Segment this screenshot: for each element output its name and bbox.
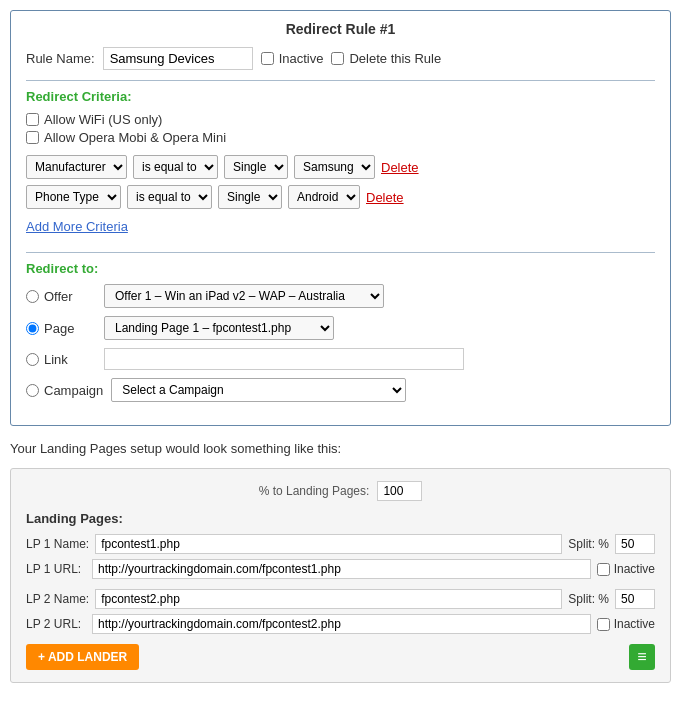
allow-opera-label[interactable]: Allow Opera Mobi & Opera Mini	[26, 130, 655, 145]
redirect-rule-box: Redirect Rule #1 Rule Name: Inactive Del…	[10, 10, 671, 426]
offer-radio[interactable]	[26, 290, 39, 303]
campaign-label: Campaign	[44, 383, 103, 398]
page-label: Page	[44, 321, 74, 336]
lp1-inactive-text: Inactive	[614, 562, 655, 576]
lp2-inactive-checkbox[interactable]	[597, 618, 610, 631]
lp2-name-label: LP 2 Name:	[26, 592, 89, 606]
delete-rule-label: Delete this Rule	[349, 51, 441, 66]
criteria-delete-link-1[interactable]: Delete	[381, 160, 419, 175]
lp1-split-input[interactable]	[615, 534, 655, 554]
divider-2	[26, 252, 655, 253]
inactive-checkbox-group: Inactive	[261, 51, 324, 66]
lp-group-1: LP 1 Name: Split: % LP 1 URL: Inactive	[26, 534, 655, 579]
lp1-url-row: LP 1 URL: Inactive	[26, 559, 655, 579]
campaign-radio-label[interactable]: Campaign	[26, 383, 103, 398]
lp1-name-row: LP 1 Name: Split: %	[26, 534, 655, 554]
criteria-operator-select-2[interactable]: is equal to	[127, 185, 212, 209]
lp2-url-label: LP 2 URL:	[26, 617, 86, 631]
allow-wifi-label[interactable]: Allow WiFi (US only)	[26, 112, 655, 127]
allow-opera-checkbox[interactable]	[26, 131, 39, 144]
link-label: Link	[44, 352, 68, 367]
lp1-name-input[interactable]	[95, 534, 562, 554]
rule-name-label: Rule Name:	[26, 51, 95, 66]
criteria-section-title: Redirect Criteria:	[26, 89, 655, 104]
add-lander-label: + ADD LANDER	[38, 650, 127, 664]
criteria-mode-select-1[interactable]: Single	[224, 155, 288, 179]
campaign-radio[interactable]	[26, 384, 39, 397]
lp2-url-row: LP 2 URL: Inactive	[26, 614, 655, 634]
lp2-inactive-label[interactable]: Inactive	[597, 617, 655, 631]
lp-percent-label: % to Landing Pages:	[259, 484, 370, 498]
landing-pages-box: % to Landing Pages: Landing Pages: LP 1 …	[10, 468, 671, 683]
divider-1	[26, 80, 655, 81]
lp1-split-label: Split: %	[568, 537, 609, 551]
redirect-campaign-row: Campaign Select a Campaign	[26, 378, 655, 402]
link-input[interactable]	[104, 348, 464, 370]
criteria-row-1: Manufacturer is equal to Single Samsung …	[26, 155, 655, 179]
criteria-field-select-2[interactable]: Phone Type	[26, 185, 121, 209]
lp1-url-label: LP 1 URL:	[26, 562, 86, 576]
lp2-inactive-text: Inactive	[614, 617, 655, 631]
lp2-name-row: LP 2 Name: Split: %	[26, 589, 655, 609]
redirect-offer-row: Offer Offer 1 – Win an iPad v2 – WAP – A…	[26, 284, 655, 308]
lp2-url-input[interactable]	[92, 614, 591, 634]
allow-wifi-checkbox[interactable]	[26, 113, 39, 126]
page-radio[interactable]	[26, 322, 39, 335]
inactive-label: Inactive	[279, 51, 324, 66]
rule-name-input[interactable]	[103, 47, 253, 70]
criteria-row-2: Phone Type is equal to Single Android De…	[26, 185, 655, 209]
add-lander-button[interactable]: + ADD LANDER	[26, 644, 139, 670]
lp-group-2: LP 2 Name: Split: % LP 2 URL: Inactive	[26, 589, 655, 634]
redirect-to-title: Redirect to:	[26, 261, 655, 276]
description-text: Your Landing Pages setup would look some…	[10, 441, 671, 456]
redirect-link-row: Link	[26, 348, 655, 370]
offer-label: Offer	[44, 289, 73, 304]
offer-select[interactable]: Offer 1 – Win an iPad v2 – WAP – Austral…	[104, 284, 384, 308]
criteria-operator-select-1[interactable]: is equal to	[133, 155, 218, 179]
lp2-split-input[interactable]	[615, 589, 655, 609]
campaign-select[interactable]: Select a Campaign	[111, 378, 406, 402]
delete-table-icon: ≡	[637, 648, 646, 666]
delete-rule-checkbox-group: Delete this Rule	[331, 51, 441, 66]
page-radio-label[interactable]: Page	[26, 321, 96, 336]
rule-title: Redirect Rule #1	[26, 21, 655, 37]
criteria-delete-link-2[interactable]: Delete	[366, 190, 404, 205]
lp1-name-label: LP 1 Name:	[26, 537, 89, 551]
lp-bottom-row: + ADD LANDER ≡	[26, 644, 655, 670]
criteria-field-select-1[interactable]: Manufacturer	[26, 155, 127, 179]
criteria-value-select-2[interactable]: Android	[288, 185, 360, 209]
delete-table-button[interactable]: ≡	[629, 644, 655, 670]
inactive-checkbox[interactable]	[261, 52, 274, 65]
lp1-inactive-label[interactable]: Inactive	[597, 562, 655, 576]
lp1-inactive-checkbox[interactable]	[597, 563, 610, 576]
lp2-name-input[interactable]	[95, 589, 562, 609]
add-more-criteria-link[interactable]: Add More Criteria	[26, 219, 128, 234]
redirect-page-row: Page Landing Page 1 – fpcontest1.php	[26, 316, 655, 340]
offer-radio-label[interactable]: Offer	[26, 289, 96, 304]
rule-name-row: Rule Name: Inactive Delete this Rule	[26, 47, 655, 70]
redirect-to-section: Redirect to: Offer Offer 1 – Win an iPad…	[26, 261, 655, 402]
criteria-checkboxes: Allow WiFi (US only) Allow Opera Mobi & …	[26, 112, 655, 145]
criteria-value-select-1[interactable]: Samsung	[294, 155, 375, 179]
lp-percent-input[interactable]	[377, 481, 422, 501]
lp-percent-row: % to Landing Pages:	[26, 481, 655, 501]
delete-rule-checkbox[interactable]	[331, 52, 344, 65]
criteria-mode-select-2[interactable]: Single	[218, 185, 282, 209]
page-select[interactable]: Landing Page 1 – fpcontest1.php	[104, 316, 334, 340]
lp2-split-label: Split: %	[568, 592, 609, 606]
lp1-url-input[interactable]	[92, 559, 591, 579]
link-radio-label[interactable]: Link	[26, 352, 96, 367]
link-radio[interactable]	[26, 353, 39, 366]
lp-section-title: Landing Pages:	[26, 511, 655, 526]
